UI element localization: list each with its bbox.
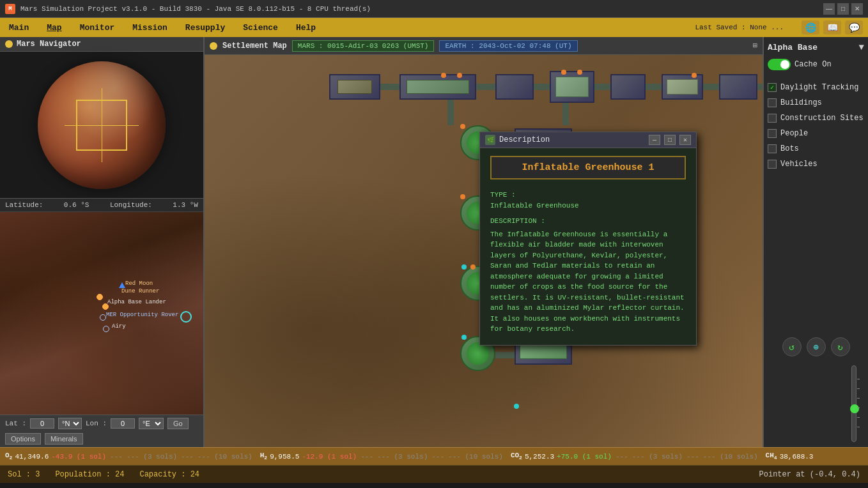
building-5[interactable] <box>610 74 646 100</box>
dialog-minimize-button[interactable]: — <box>649 135 660 145</box>
zoom-tick-1 <box>857 379 860 379</box>
building-7[interactable] <box>719 74 757 100</box>
type-label: TYPE : <box>490 190 686 201</box>
cache-label: Cache On <box>794 60 832 69</box>
settlement-map-title: Settlement Map <box>222 42 287 50</box>
menu-science[interactable]: Science <box>239 22 282 34</box>
dot-3 <box>561 70 566 75</box>
latitude-label: Latitude: <box>5 201 43 209</box>
nav-status-dot <box>5 40 13 48</box>
zoom-tick-4 <box>857 408 860 408</box>
building-4[interactable] <box>550 71 594 103</box>
connector-3 <box>534 84 550 90</box>
lon-input[interactable] <box>111 418 135 429</box>
menu-help[interactable]: Help <box>292 22 320 34</box>
building-3[interactable] <box>495 74 534 100</box>
book-icon[interactable]: 📖 <box>823 20 841 34</box>
recenter-button[interactable]: ⊕ <box>807 337 826 356</box>
construction-checkbox[interactable] <box>768 114 777 123</box>
ch4-value: 38,688.3 <box>780 453 814 461</box>
center-panel: Settlement Map MARS : 0015-Adir-03 0263 … <box>205 37 763 447</box>
daylight-label[interactable]: Daylight Tracking <box>780 83 858 92</box>
info-bar: Sol : 3 Population : 24 Capacity : 24 Po… <box>0 465 868 483</box>
dialog-body: TYPE : Inflatable Greenhouse DESCRIPTION… <box>480 185 696 345</box>
dialog-titlebar: 🌿 Description — □ ✕ <box>480 132 696 148</box>
description-dialog: 🌿 Description — □ ✕ Inflatable Greenhous… <box>479 132 697 346</box>
dialog-restore-button[interactable]: □ <box>664 135 676 145</box>
vehicles-label[interactable]: Vehicles <box>780 160 818 169</box>
connector-1 <box>380 84 399 90</box>
daylight-checkbox[interactable]: ✓ <box>768 83 777 92</box>
chat-icon[interactable]: 💬 <box>845 20 863 34</box>
buildings-checkbox-row: Buildings <box>768 97 864 109</box>
close-button[interactable]: ✕ <box>851 3 863 15</box>
dot-1 <box>441 73 446 78</box>
lat-direction-select[interactable]: °N °S <box>58 418 82 429</box>
menu-main[interactable]: Main <box>5 22 33 34</box>
building-1[interactable] <box>329 74 380 100</box>
h2-value: 9,958.5 <box>270 453 299 461</box>
buildings-checkbox[interactable] <box>768 98 777 107</box>
right-panel: Alpha Base ▼ Cache On ✓ Daylight Trackin… <box>763 37 868 447</box>
o2-reading: O2 41,349.6 -43.9 (1 sol) --- --- (3 sol… <box>5 452 252 461</box>
co2-value: 5,252.3 <box>525 453 554 461</box>
cache-toggle-row: Cache On <box>768 59 864 70</box>
capacity-display: Capacity : 24 <box>139 470 199 479</box>
rotation-controls: ↺ ⊕ ↻ <box>768 332 864 362</box>
building-2[interactable] <box>399 74 476 100</box>
zoom-handle[interactable] <box>850 404 859 413</box>
menu-map[interactable]: Map <box>43 22 65 34</box>
greenhouse-dot-3 <box>461 264 467 270</box>
bots-label[interactable]: Bots <box>780 144 799 153</box>
globe-icon[interactable]: 🌐 <box>802 20 819 34</box>
mars-globe[interactable] <box>38 61 166 189</box>
menu-resupply[interactable]: Resupply <box>182 22 229 34</box>
co2-10sol: --- (10 sols) <box>703 453 758 461</box>
dialog-close-button[interactable]: ✕ <box>679 135 691 145</box>
bots-checkbox[interactable] <box>768 144 777 153</box>
h2-label: H2 <box>260 452 267 461</box>
lon-direction-select[interactable]: °E °W <box>139 418 164 429</box>
mars-time-display: MARS : 0015-Adir-03 0263 (UMST) <box>292 40 435 52</box>
zoom-slider-area <box>768 365 864 442</box>
base-dropdown-arrow[interactable]: ▼ <box>859 42 864 52</box>
dialog-title: Description <box>499 135 645 144</box>
expand-button[interactable]: ⊞ <box>753 41 757 50</box>
maximize-button[interactable]: □ <box>837 3 849 15</box>
zoom-tick-3 <box>857 398 860 399</box>
construction-label[interactable]: Construction Sites <box>780 114 864 123</box>
lat-input[interactable] <box>30 418 54 429</box>
longitude-label: Longitude: <box>110 201 152 209</box>
vehicle-label-rover: MER Opportunity Rover <box>106 312 178 318</box>
left-panel: Mars Navigator Latitude: 0.6 °S Longitud… <box>0 37 205 447</box>
menu-mission[interactable]: Mission <box>128 22 171 34</box>
minimize-button[interactable]: — <box>823 3 835 15</box>
go-button[interactable]: Go <box>167 418 189 429</box>
construction-checkbox-row: Construction Sites <box>768 112 864 124</box>
navigator-header: Mars Navigator <box>0 37 203 52</box>
bottom-controls: Lat : °N °S Lon : °E °W Go Options Miner… <box>0 415 203 447</box>
menu-bar: Main Map Monitor Mission Resupply Scienc… <box>0 18 868 37</box>
terrain-map[interactable]: Red Moon Dune Runner Alpha Base Lander M… <box>0 212 203 415</box>
people-label[interactable]: People <box>780 129 808 138</box>
building-6[interactable] <box>662 74 703 100</box>
people-checkbox[interactable] <box>768 129 777 138</box>
map-canvas[interactable]: 🌿 Description — □ ✕ Inflatable Greenhous… <box>205 55 763 447</box>
rotate-ccw-button[interactable]: ↺ <box>782 337 802 356</box>
coords-bar: Latitude: 0.6 °S Longitude: 1.3 °W <box>0 199 203 212</box>
options-button[interactable]: Options <box>5 433 41 445</box>
vehicle-marker-1 <box>119 282 125 288</box>
buildings-label[interactable]: Buildings <box>780 98 822 107</box>
zoom-track[interactable] <box>851 365 856 442</box>
o2-change: -43.9 (1 sol) <box>51 453 106 461</box>
rotate-cw-button[interactable]: ↻ <box>831 337 850 356</box>
lone-dot <box>514 404 519 409</box>
connector-2 <box>476 84 495 90</box>
o2-value: 41,349.6 <box>15 453 49 461</box>
menu-monitor[interactable]: Monitor <box>76 22 119 34</box>
cache-toggle[interactable] <box>768 59 791 70</box>
pointer-display: Pointer at (-0.4, 0.4) <box>759 470 860 479</box>
vehicles-checkbox[interactable] <box>768 160 777 169</box>
co2-label: CO2 <box>511 452 522 461</box>
minerals-button[interactable]: Minerals <box>45 433 83 445</box>
